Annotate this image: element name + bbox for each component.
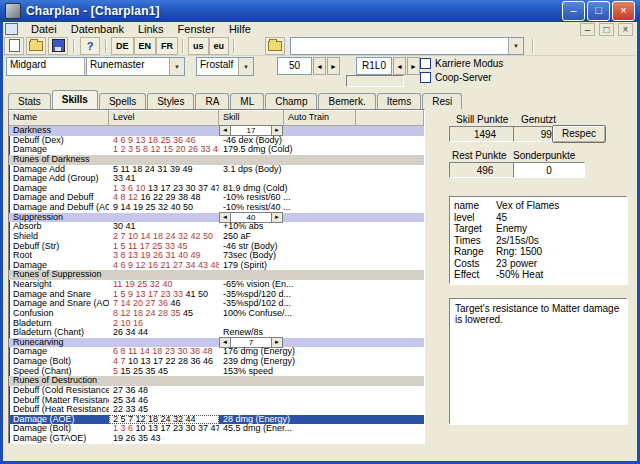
realm-rank-field[interactable]: R1L0 <box>356 57 392 75</box>
chevron-down-icon[interactable]: ▼ <box>169 58 184 75</box>
spell-row[interactable]: Speed (Chant)5 15 25 35 45153% speed <box>9 367 424 377</box>
row-filler <box>359 309 424 319</box>
column-header-name[interactable]: Name <box>9 110 109 125</box>
menubar: DateiDatenbankLinksFensterHilfe – □ × <box>3 22 637 37</box>
mdi-child-icon[interactable] <box>5 23 18 35</box>
spell-row[interactable]: Debuff (Dex)4 6 9 13 18 25 36 46-46 dex … <box>9 136 424 146</box>
special-points-field[interactable]: 0 <box>513 162 585 178</box>
spell-row[interactable]: Damage (GTAOE)19 26 35 43 <box>9 434 424 444</box>
open-file-button[interactable] <box>26 37 46 55</box>
lang-button-de[interactable]: DE <box>111 37 134 55</box>
column-header-level[interactable]: Level <box>109 110 219 125</box>
class-select[interactable]: Runemaster ▼ <box>86 57 185 76</box>
close-button[interactable]: × <box>612 1 635 21</box>
levels-black: 13 17 23 30 37 47 <box>148 184 219 193</box>
spell-row[interactable]: Confusion8 12 18 24 28 35 45100% Confuse… <box>9 309 424 319</box>
spell-levels: 30 41 <box>109 222 219 232</box>
spell-row[interactable]: Damage1 2 3 5 8 12 15 20 26 33 43 50179.… <box>9 145 424 155</box>
realm-rank-decrement-button[interactable]: ◄ <box>393 57 406 75</box>
tab-champ[interactable]: Champ <box>265 93 317 109</box>
menu-datenbank[interactable]: Datenbank <box>64 23 131 35</box>
spell-row[interactable]: Shield2 7 10 14 18 24 32 42 50250 aF <box>9 232 424 242</box>
spell-row[interactable]: Damage (AOE)2 5 7 12 18 24 32 4428 dmg (… <box>9 415 424 425</box>
spell-name: Damage Add <box>9 165 109 175</box>
menu-links[interactable]: Links <box>131 23 171 35</box>
window-title: Charplan - [Charplan1] <box>26 4 160 18</box>
minimize-button[interactable]: – <box>562 1 585 21</box>
spell-row[interactable]: Nearsight11 19 25 32 40-65% vision (En..… <box>9 280 424 290</box>
spell-row[interactable]: Root3 8 13 19 26 31 40 4973sec (Body) <box>9 251 424 261</box>
level-increment-button[interactable]: ► <box>327 57 340 75</box>
spell-description: Target's resistance to Matter damage is … <box>455 303 619 325</box>
new-file-icon <box>9 39 20 52</box>
level-field[interactable]: 50 <box>277 57 312 75</box>
realm-rank-increment-button[interactable]: ► <box>407 57 420 75</box>
race-select[interactable]: Frostalf ▼ <box>196 57 254 76</box>
tab-ra[interactable]: RA <box>195 93 229 109</box>
spell-row[interactable]: Bladeturn (Chant)26 34 44Renew/8s <box>9 328 424 338</box>
spell-row[interactable]: Damage6 8 11 14 18 23 30 38 48176 dmg (E… <box>9 347 424 357</box>
spell-levels: 1 5 9 13 17 23 33 41 50 <box>109 290 219 300</box>
section-row-suppression[interactable]: Suppression◄40► <box>9 213 424 223</box>
respec-button[interactable]: Respec <box>552 125 606 143</box>
new-file-button[interactable] <box>4 37 24 55</box>
info-row-target: TargetEnemy <box>454 223 622 235</box>
chevron-down-icon[interactable]: ▼ <box>238 58 253 75</box>
chevron-down-icon[interactable]: ▼ <box>508 38 523 54</box>
levels-red: 1 3 6 <box>113 424 133 433</box>
spell-row[interactable]: Debuff (Matter Resistance)25 34 46 <box>9 396 424 406</box>
tab-skills[interactable]: Skills <box>52 90 98 109</box>
career-mode-option: Karriere Modus <box>420 58 503 69</box>
tab-bemerk[interactable]: Bemerk. <box>318 93 375 109</box>
section-row-runecarving[interactable]: Runecarving◄7► <box>9 338 424 348</box>
spell-row[interactable]: Debuff (Cold Resistance)27 36 48 <box>9 386 424 396</box>
spell-row[interactable]: Damage1 3 6 10 13 17 23 30 37 4781.9 dmg… <box>9 184 424 194</box>
column-header-auto-train[interactable]: Auto Train <box>284 110 356 125</box>
tab-styles[interactable]: Styles <box>147 93 194 109</box>
tab-spells[interactable]: Spells <box>99 93 146 109</box>
section-row-darkness[interactable]: Darkness◄17► <box>9 126 424 136</box>
levels-red: 4 6 9 13 18 25 36 46 <box>113 136 196 145</box>
spell-row[interactable]: Damage (Bolt)4 7 10 13 17 22 28 36 46239… <box>9 357 424 367</box>
mdi-restore-button[interactable]: □ <box>599 23 614 36</box>
lang-button-fr[interactable]: FR <box>156 37 178 55</box>
region-button-us[interactable]: us <box>188 37 209 55</box>
spell-row[interactable]: Damage Add5 11 18 24 31 39 493.1 dps (Bo… <box>9 165 424 175</box>
menu-datei[interactable]: Datei <box>24 23 64 35</box>
tab-stats[interactable]: Stats <box>8 93 51 109</box>
mdi-close-button[interactable]: × <box>618 23 633 36</box>
spell-row[interactable]: Bladeturn2 10 16 <box>9 319 424 329</box>
spell-row[interactable]: Debuff (Heat Resistance)22 33 45 <box>9 405 424 415</box>
template-combobox[interactable]: ▼ <box>290 37 524 55</box>
spell-row[interactable]: Damage (Bolt)1 3 6 10 13 17 23 30 37 474… <box>9 424 424 434</box>
menu-hilfe[interactable]: Hilfe <box>222 23 258 35</box>
spell-row[interactable]: Damage Add (Group)33 41 <box>9 174 424 184</box>
spell-row[interactable]: Debuff (Str)1 5 11 17 25 33 45-46 str (B… <box>9 242 424 252</box>
template-folder-button[interactable] <box>265 37 285 55</box>
tab-ml[interactable]: ML <box>230 93 264 109</box>
save-file-button[interactable] <box>48 37 68 55</box>
lang-button-en[interactable]: EN <box>134 37 157 55</box>
spell-row[interactable]: Absorb30 41+10% abs <box>9 222 424 232</box>
spell-row[interactable]: Damage and Snare (AOE)7 14 20 27 36 46-3… <box>9 299 424 309</box>
level-decrement-button[interactable]: ◄ <box>313 57 326 75</box>
spell-row[interactable]: Damage and Debuff (AOE)9 14 19 25 32 40 … <box>9 203 424 213</box>
maximize-button[interactable]: □ <box>587 1 610 21</box>
mdi-minimize-button[interactable]: – <box>580 23 595 36</box>
spell-row[interactable]: Damage4 6 9 12 16 21 27 34 43 48179 (Spi… <box>9 261 424 271</box>
coop-server-checkbox[interactable] <box>420 72 431 83</box>
spell-row[interactable]: Damage and Debuff4 8 12 16 22 29 38 48-1… <box>9 193 424 203</box>
spell-effect: 3.1 dps (Body) <box>219 165 359 175</box>
save-icon <box>52 39 65 52</box>
spell-row[interactable]: Damage and Snare1 5 9 13 17 23 33 41 50-… <box>9 290 424 300</box>
row-filler <box>359 347 424 357</box>
career-mode-checkbox[interactable] <box>420 58 431 69</box>
region-button-eu[interactable]: eu <box>209 37 230 55</box>
tab-resi[interactable]: Resi <box>422 93 462 109</box>
spell-effect: -46 dex (Body) <box>219 136 359 146</box>
column-header-skill[interactable]: Skill <box>219 110 284 125</box>
tab-items[interactable]: Items <box>377 93 421 109</box>
menu-fenster[interactable]: Fenster <box>171 23 222 35</box>
help-button[interactable]: ? <box>80 37 100 55</box>
spell-levels: 22 33 45 <box>109 405 219 415</box>
